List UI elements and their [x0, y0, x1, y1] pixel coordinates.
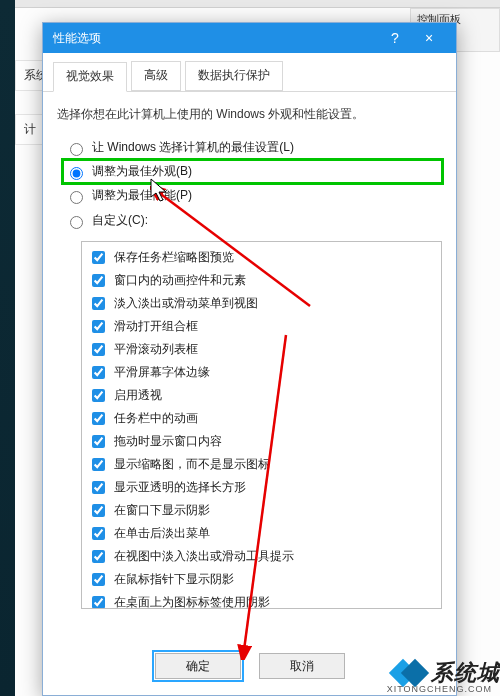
effect-checkbox[interactable]	[92, 366, 105, 379]
effect-checkbox[interactable]	[92, 320, 105, 333]
effect-checkbox-label: 在视图中淡入淡出或滑动工具提示	[114, 548, 294, 565]
effect-checkbox-row[interactable]: 在视图中淡入淡出或滑动工具提示	[88, 545, 435, 568]
effect-checkbox-label: 平滑滚动列表框	[114, 341, 198, 358]
desktop-sliver	[0, 0, 15, 696]
radio-auto-label: 让 Windows 选择计算机的最佳设置(L)	[92, 139, 294, 156]
effect-checkbox-label: 在单击后淡出菜单	[114, 525, 210, 542]
tab-strip: 视觉效果 高级 数据执行保护	[43, 53, 456, 92]
effect-checkbox[interactable]	[92, 458, 105, 471]
effect-checkbox[interactable]	[92, 274, 105, 287]
radio-custom-label: 自定义(C):	[92, 212, 148, 229]
effect-checkbox[interactable]	[92, 297, 105, 310]
radio-best-appearance-label: 调整为最佳外观(B)	[92, 163, 192, 180]
cancel-button[interactable]: 取消	[259, 653, 345, 679]
effect-checkbox-label: 淡入淡出或滑动菜单到视图	[114, 295, 258, 312]
dialog-body: 选择你想在此计算机上使用的 Windows 外观和性能设置。 让 Windows…	[43, 92, 456, 639]
radio-best-performance-input[interactable]	[70, 191, 83, 204]
dialog-titlebar[interactable]: 性能选项 ? ×	[43, 23, 456, 53]
radio-custom-input[interactable]	[70, 216, 83, 229]
effect-checkbox-row[interactable]: 启用透视	[88, 384, 435, 407]
effect-checkbox-label: 平滑屏幕字体边缘	[114, 364, 210, 381]
effect-checkbox-row[interactable]: 保存任务栏缩略图预览	[88, 246, 435, 269]
effect-checkbox-row[interactable]: 淡入淡出或滑动菜单到视图	[88, 292, 435, 315]
help-button[interactable]: ?	[378, 23, 412, 53]
effect-checkbox-row[interactable]: 在桌面上为图标标签使用阴影	[88, 591, 435, 609]
effect-checkbox[interactable]	[92, 504, 105, 517]
effect-checkbox-label: 窗口内的动画控件和元素	[114, 272, 246, 289]
effect-checkbox[interactable]	[92, 389, 105, 402]
effect-checkbox-label: 显示亚透明的选择长方形	[114, 479, 246, 496]
watermark: 系统城 XITONGCHENG.COM	[393, 656, 500, 690]
effect-checkbox[interactable]	[92, 573, 105, 586]
radio-group: 让 Windows 选择计算机的最佳设置(L) 调整为最佳外观(B) 调整为最佳…	[57, 135, 442, 233]
effects-listbox[interactable]: 保存任务栏缩略图预览窗口内的动画控件和元素淡入淡出或滑动菜单到视图滑动打开组合框…	[81, 241, 442, 609]
effect-checkbox-label: 在窗口下显示阴影	[114, 502, 210, 519]
tab-visual-effects[interactable]: 视觉效果	[53, 62, 127, 92]
effect-checkbox-row[interactable]: 在单击后淡出菜单	[88, 522, 435, 545]
effect-checkbox[interactable]	[92, 550, 105, 563]
effect-checkbox-label: 拖动时显示窗口内容	[114, 433, 222, 450]
close-button[interactable]: ×	[412, 23, 446, 53]
radio-custom[interactable]: 自定义(C):	[63, 208, 442, 233]
radio-auto[interactable]: 让 Windows 选择计算机的最佳设置(L)	[63, 135, 442, 160]
effect-checkbox-row[interactable]: 拖动时显示窗口内容	[88, 430, 435, 453]
effect-checkbox-row[interactable]: 显示亚透明的选择长方形	[88, 476, 435, 499]
effect-checkbox-row[interactable]: 平滑滚动列表框	[88, 338, 435, 361]
bg-partial-label: 计	[15, 114, 44, 145]
effect-checkbox-label: 任务栏中的动画	[114, 410, 198, 427]
ok-button[interactable]: 确定	[155, 653, 241, 679]
effect-checkbox-label: 保存任务栏缩略图预览	[114, 249, 234, 266]
watermark-subtext: XITONGCHENG.COM	[387, 684, 492, 694]
radio-best-appearance-input[interactable]	[70, 167, 83, 180]
effect-checkbox-label: 在桌面上为图标标签使用阴影	[114, 594, 270, 609]
effect-checkbox[interactable]	[92, 527, 105, 540]
effect-checkbox-row[interactable]: 任务栏中的动画	[88, 407, 435, 430]
tab-advanced[interactable]: 高级	[131, 61, 181, 91]
effect-checkbox[interactable]	[92, 251, 105, 264]
effect-checkbox-label: 滑动打开组合框	[114, 318, 198, 335]
effect-checkbox-row[interactable]: 滑动打开组合框	[88, 315, 435, 338]
effect-checkbox-row[interactable]: 在鼠标指针下显示阴影	[88, 568, 435, 591]
tab-dep[interactable]: 数据执行保护	[185, 61, 283, 91]
effect-checkbox[interactable]	[92, 481, 105, 494]
effect-checkbox-row[interactable]: 在窗口下显示阴影	[88, 499, 435, 522]
effect-checkbox-label: 启用透视	[114, 387, 162, 404]
radio-best-performance-label: 调整为最佳性能(P)	[92, 187, 192, 204]
radio-auto-input[interactable]	[70, 143, 83, 156]
effect-checkbox-row[interactable]: 平滑屏幕字体边缘	[88, 361, 435, 384]
effect-checkbox-row[interactable]: 窗口内的动画控件和元素	[88, 269, 435, 292]
effect-checkbox-label: 在鼠标指针下显示阴影	[114, 571, 234, 588]
performance-options-dialog: 性能选项 ? × 视觉效果 高级 数据执行保护 选择你想在此计算机上使用的 Wi…	[42, 22, 457, 696]
effect-checkbox[interactable]	[92, 412, 105, 425]
effect-checkbox[interactable]	[92, 343, 105, 356]
effect-checkbox-label: 显示缩略图，而不是显示图标	[114, 456, 270, 473]
effect-checkbox[interactable]	[92, 435, 105, 448]
effect-checkbox[interactable]	[92, 596, 105, 609]
effect-checkbox-row[interactable]: 显示缩略图，而不是显示图标	[88, 453, 435, 476]
background-topbar	[15, 0, 500, 8]
radio-best-appearance[interactable]: 调整为最佳外观(B)	[63, 160, 442, 183]
radio-best-performance[interactable]: 调整为最佳性能(P)	[63, 183, 442, 208]
description-text: 选择你想在此计算机上使用的 Windows 外观和性能设置。	[57, 106, 442, 123]
dialog-title: 性能选项	[53, 30, 101, 47]
